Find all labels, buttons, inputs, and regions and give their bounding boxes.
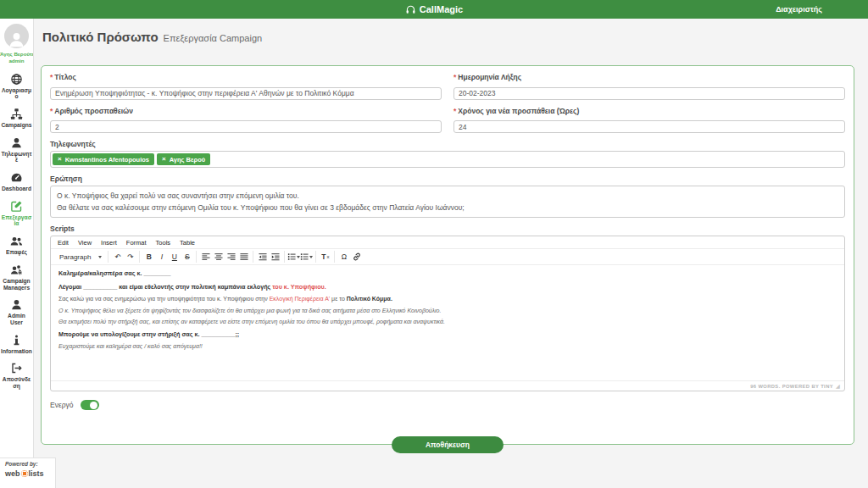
remove-tag-icon[interactable]: × [162,156,166,163]
undo-icon[interactable]: ↶ [111,251,124,263]
globe-icon [10,73,23,86]
sidebar-item-contacts[interactable]: Επαφές [0,230,33,259]
operators-tags-box[interactable]: ×Kwnstantinos Afentopoulos×Αγης Βερού [50,151,845,168]
link-icon[interactable] [350,251,363,263]
toolbar-groups: ↶↷BIUSTxΩ [108,251,365,263]
operator-tag: ×Αγης Βερού [157,153,210,165]
bullet-list-icon[interactable] [287,251,300,263]
format-select-value: Paragraph [59,253,91,261]
editor-content[interactable]: Καλημέρα/καλησπέρα σας κ. ________Λέγομα… [51,265,844,380]
sidebar-item-logout[interactable]: Αποσύνδεση [0,358,33,392]
editor-menu-table[interactable]: Table [180,239,195,247]
field-scripts: Scripts EditViewInsertFormatToolsTable P… [50,225,845,391]
sidebar-item-label: Επαφές [6,249,27,256]
sidebar-item-information[interactable]: Information [0,330,33,358]
question-textarea[interactable]: Ο κ. Υποψήφιος θα χαρεί πολύ να σας συνα… [50,186,845,218]
italic-icon[interactable]: I [155,251,168,263]
edit-icon [10,200,23,213]
attempts-input[interactable] [50,120,442,133]
expiry-date-input[interactable] [453,87,845,100]
brand: CallMagic [405,4,463,15]
title-input[interactable] [50,87,442,100]
sidebar-item-label: Admin User [1,313,32,325]
operator-tag: ×Kwnstantinos Afentopoulos [53,153,154,165]
editor-toolbar: Paragraph ↶↷BIUSTxΩ [51,249,844,265]
active-label: Ενεργό [50,401,74,409]
script-line: Σας καλώ για να σας ενημερώσω για την υπ… [58,296,837,302]
chevron-down-icon [98,256,102,258]
avatar[interactable] [4,24,29,48]
field-retry-hours: *Χρόνος για νέα προσπάθεια (Ώρες) [453,107,845,134]
users-gear-icon [10,263,23,276]
required-asterisk: * [50,73,53,81]
align-left-icon[interactable] [199,251,212,263]
redo-icon[interactable]: ↷ [124,251,136,263]
user-role-menu[interactable]: Διαχειριστής [776,0,822,19]
page-title: Πολιτικό Πρόσωπο [42,30,159,44]
user-icon [10,136,23,149]
sidebar-item-campaigns[interactable]: Campaigns [0,103,33,132]
resize-handle-icon[interactable]: ◢ [836,383,840,389]
sidebar-item-admin-user[interactable]: Admin User [0,294,33,329]
sidebar-item-label: Campaigns [1,122,31,129]
script-line: Μπορούμε να υπολογίζουμε στην στήριξή σα… [58,330,837,338]
title-label: Τίτλος [54,73,76,81]
sidebar-item-campaign-managers[interactable]: Campaign Managers [0,259,33,294]
script-segment: Ο κ. Υποψήφιος θέλει να ξέρετε ότι ψηφίζ… [58,308,441,313]
field-expiry: *Ημερομηνία Λήξης [453,73,845,100]
active-toggle-row: Ενεργό [50,400,845,410]
users-icon [10,235,23,247]
toolbar-group: Ω [334,251,365,263]
rich-text-editor: EditViewInsertFormatToolsTable Paragraph… [50,236,845,391]
scripts-label: Scripts [50,225,845,233]
special-character-icon[interactable]: Ω [337,251,350,263]
powered-by-box: Powered by: web lists [0,458,56,488]
required-asterisk: * [50,107,53,115]
remove-tag-icon[interactable]: × [58,156,62,163]
bold-icon[interactable]: B [142,251,155,263]
required-asterisk: * [453,107,456,115]
brand-name: CallMagic [420,4,463,14]
align-justify-icon[interactable] [237,251,250,263]
editor-menu-edit[interactable]: Edit [58,239,69,247]
sitemap-icon [10,108,23,120]
editor-menu-format[interactable]: Format [126,239,147,247]
numbered-list-icon[interactable] [300,251,313,263]
retry-hours-input[interactable] [453,120,845,133]
script-segment: Καλημέρα/καλησπέρα σας κ. ________ [58,269,170,277]
underline-icon[interactable]: U [168,251,181,263]
active-toggle[interactable] [81,400,99,410]
info-icon [10,334,23,347]
sidebar-user-name: Άγης Βερούτης [0,51,33,58]
sidebar: Άγης Βερούτης admin ΛογαριασμοCampaignsΤ… [0,19,34,488]
required-asterisk: * [453,73,456,81]
toolbar-group [196,251,253,263]
editor-menu-tools[interactable]: Tools [156,239,171,247]
toolbar-group [284,251,315,263]
paragraph-format-select[interactable]: Paragraph [53,253,108,261]
sidebar-nav: ΛογαριασμοCampaignsΤηλεφωνητέDashboardΕπ… [0,69,33,393]
clear-format-icon[interactable]: Tx [319,251,331,263]
editor-menu-insert[interactable]: Insert [101,239,117,247]
script-segment: Μπορούμε να υπολογίζουμε στην στήριξή σα… [58,330,239,338]
align-center-icon[interactable] [212,251,225,263]
powered-by-label: Powered by: [5,461,55,467]
sidebar-item-accounts[interactable]: Λογαριασμο [0,69,33,103]
field-attempts: *Αριθμός προσπαθειών [50,107,442,134]
toolbar-group: BIUS [139,251,196,263]
indent-icon[interactable] [269,251,281,263]
editor-menu-view[interactable]: View [78,239,92,247]
strikethrough-icon[interactable]: S [181,251,193,263]
save-button[interactable]: Αποθήκευση [392,436,504,453]
outdent-icon[interactable] [256,251,269,263]
align-right-icon[interactable] [225,251,237,263]
script-segment: Λέγομαι __________ και είμαι εθελοντής σ… [58,283,272,291]
script-line: Λέγομαι __________ και είμαι εθελοντής σ… [58,283,837,291]
script-segment-highlight: Εκλογική Περιφέρεια Α' [270,296,331,302]
sidebar-item-dashboard[interactable]: Dashboard [0,167,33,196]
sidebar-item-edit[interactable]: Επεξεργασία [0,196,33,230]
sidebar-item-operators[interactable]: Τηλεφωνητέ [0,132,33,167]
attempts-label: Αριθμός προσπαθειών [54,107,133,115]
word-count-status: 96 WORDS. POWERED BY TINY [750,384,833,389]
operators-label: Τηλεφωνητές [50,140,845,148]
